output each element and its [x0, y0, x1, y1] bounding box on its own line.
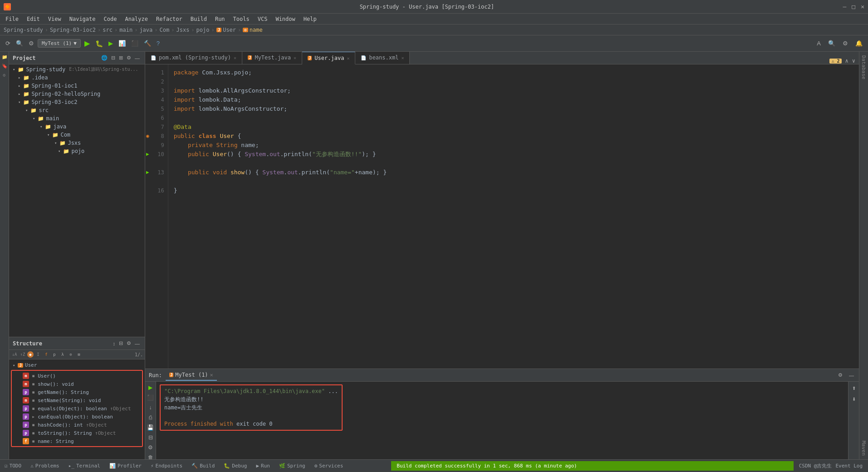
- run-config-selector[interactable]: MyTest (1) ▼: [38, 39, 81, 48]
- tree-item-com[interactable]: ▾ 📁 Com: [9, 131, 145, 139]
- maximize-button[interactable]: □: [852, 3, 855, 10]
- breadcrumb-spring-study[interactable]: Spring-study: [4, 27, 43, 33]
- struct-sort-btn[interactable]: ↕: [112, 340, 117, 347]
- menu-view[interactable]: View: [44, 15, 65, 23]
- struct-icon-anon[interactable]: λ: [59, 351, 66, 358]
- run-right-btn2[interactable]: ⬇: [849, 394, 858, 403]
- tab-pomxml-close[interactable]: ✕: [234, 55, 236, 60]
- close-button[interactable]: ✕: [861, 3, 864, 10]
- menu-code[interactable]: Code: [100, 15, 121, 23]
- code-editor[interactable]: ◉ ▶ ▶ 1 2 3 4 5 6 7 8 9 10 13: [145, 64, 859, 369]
- project-collapse-btn[interactable]: ⊟: [110, 54, 117, 61]
- gutter-10-icon[interactable]: ▶: [146, 150, 149, 159]
- bottom-tool-terminal[interactable]: ▸_ Terminal: [64, 460, 105, 472]
- build-button[interactable]: 🔨: [142, 39, 153, 48]
- structure-item-canequal[interactable]: p ▸ canEqual(Object): boolean: [12, 413, 142, 421]
- tree-item-idea[interactable]: ▸ 📁 .idea: [9, 74, 145, 82]
- notification-btn[interactable]: 🔔: [853, 39, 864, 48]
- struct-hide-btn[interactable]: —: [133, 340, 141, 347]
- settings-right-btn[interactable]: ⚙: [841, 39, 850, 48]
- project-expand-btn[interactable]: ⊞: [118, 54, 124, 61]
- structure-class-user[interactable]: ▾ J User: [9, 361, 145, 369]
- minimize-button[interactable]: —: [843, 3, 847, 10]
- struct-icon-expand[interactable]: ⊞: [75, 351, 83, 358]
- run-settings-btn[interactable]: ⚙: [837, 372, 844, 379]
- breadcrumb-user[interactable]: J User: [216, 27, 236, 33]
- print-btn[interactable]: ⎙: [146, 413, 155, 422]
- struct-icon-sort-type[interactable]: ↑Z: [19, 351, 26, 358]
- tab-mytest-close[interactable]: ✕: [294, 55, 296, 60]
- fold-btn[interactable]: ⊟: [146, 433, 155, 442]
- chevron-up-icon[interactable]: ∧: [845, 58, 848, 64]
- struct-icon-sort-alpha[interactable]: ↓A: [11, 351, 18, 358]
- run-hide-btn[interactable]: —: [848, 372, 855, 379]
- menu-window[interactable]: Window: [272, 15, 299, 23]
- menu-tools[interactable]: Tools: [230, 15, 253, 23]
- struct-icon-inner[interactable]: ⊙: [67, 351, 74, 358]
- translate-btn[interactable]: A: [815, 39, 823, 48]
- bottom-tool-profiler[interactable]: 📊 Profiler: [105, 460, 146, 472]
- menu-vcs[interactable]: VCS: [254, 15, 271, 23]
- stop-run-button[interactable]: ⬛: [146, 393, 155, 402]
- search-btn[interactable]: 🔍: [826, 39, 837, 48]
- tree-item-spring02[interactable]: ▸ 📁 Spring-02-helloSpring: [9, 90, 145, 98]
- toolbar-sync-btn[interactable]: ⟳: [4, 39, 12, 48]
- run-button[interactable]: ▶: [83, 38, 92, 49]
- structure-item-hashcode[interactable]: p ▪ hashCode(): int ↑Object: [12, 421, 142, 429]
- database-label[interactable]: Database: [860, 52, 868, 83]
- menu-navigate[interactable]: Navigate: [66, 15, 99, 23]
- breadcrumb-main[interactable]: main: [119, 27, 132, 33]
- scroll-end-btn[interactable]: ↓: [146, 403, 155, 412]
- menu-file[interactable]: File: [2, 15, 22, 23]
- rerun-button[interactable]: ▶: [146, 384, 155, 392]
- bottom-tool-endpoints[interactable]: ⚡ Endpoints: [146, 460, 187, 472]
- toolbar-search-everywhere-btn[interactable]: 🔍: [14, 39, 25, 48]
- bottom-tool-spring[interactable]: 🌿 Spring: [275, 460, 310, 472]
- gutter-8-icon[interactable]: ◉: [146, 132, 149, 141]
- project-hide-btn[interactable]: —: [133, 54, 141, 61]
- bottom-tool-debug[interactable]: 🐛 Debug: [219, 460, 251, 472]
- tree-item-spring03[interactable]: ▾ 📁 Spring-03-ioc2: [9, 98, 145, 106]
- tab-beansxml-close[interactable]: ✕: [401, 55, 404, 60]
- breadcrumb-spring03[interactable]: Spring-03-ioc2: [50, 27, 96, 33]
- tree-item-main[interactable]: ▾ 📁 main: [9, 114, 145, 123]
- menu-build[interactable]: Build: [187, 15, 211, 23]
- bottom-tool-todo[interactable]: ☑ TODO: [0, 460, 26, 472]
- struct-icon-inherited[interactable]: I: [34, 351, 42, 358]
- debug-button[interactable]: 🐛: [93, 39, 105, 48]
- menu-help[interactable]: Help: [300, 15, 320, 23]
- breadcrumb-src[interactable]: src: [103, 27, 113, 33]
- bottom-tool-run[interactable]: ▶ Run: [251, 460, 275, 472]
- coverage-button[interactable]: ▶: [107, 39, 115, 48]
- tree-item-java[interactable]: ▾ 📁 java: [9, 123, 145, 131]
- left-icon-1[interactable]: 📁: [1, 54, 8, 60]
- structure-item-setname[interactable]: m ▪ setName(String): void: [12, 396, 142, 404]
- menu-run[interactable]: Run: [211, 15, 229, 23]
- left-icon-2[interactable]: 🔖: [1, 63, 8, 69]
- menu-edit[interactable]: Edit: [23, 15, 44, 23]
- tree-item-pojo[interactable]: ▾ 📁 pojo: [9, 147, 145, 155]
- tab-userjava[interactable]: J User.java ✕: [302, 52, 355, 64]
- breadcrumb-pojo[interactable]: pojo: [196, 27, 210, 33]
- breadcrumb-java[interactable]: java: [139, 27, 152, 33]
- profile-button[interactable]: 📊: [117, 39, 128, 48]
- struct-icon-private[interactable]: p: [51, 351, 58, 358]
- save-output-btn[interactable]: 💾: [146, 423, 155, 432]
- help-button[interactable]: ?: [155, 39, 162, 48]
- breadcrumb-com[interactable]: Com: [160, 27, 170, 33]
- structure-item-tostring[interactable]: p ▪ toString(): String ↑Object: [12, 429, 142, 437]
- left-icon-3[interactable]: ⚙: [1, 72, 8, 78]
- delete-run-btn[interactable]: 🗑: [146, 453, 155, 459]
- tree-item-spring-study[interactable]: ▾ 📁 Spring-study E:\Ideal源码\Spring-stu..…: [9, 65, 145, 74]
- bottom-tool-problems[interactable]: ⚠ Problems: [26, 460, 64, 472]
- bottom-tool-build[interactable]: 🔨 Build: [187, 460, 219, 472]
- chevron-down-icon[interactable]: ∨: [852, 58, 855, 64]
- toolbar-settings-btn[interactable]: ⚙: [27, 39, 36, 48]
- tab-userjava-close[interactable]: ✕: [347, 56, 349, 61]
- run-right-btn1[interactable]: ⬆: [849, 384, 858, 393]
- run-tab-close[interactable]: ✕: [210, 372, 213, 378]
- breadcrumb-name[interactable]: ⚙ name: [243, 27, 262, 33]
- structure-item-constructor[interactable]: m ▪ User(): [12, 372, 142, 380]
- structure-item-getname[interactable]: p ▪ getName(): String: [12, 388, 142, 396]
- menu-analyze[interactable]: Analyze: [121, 15, 152, 23]
